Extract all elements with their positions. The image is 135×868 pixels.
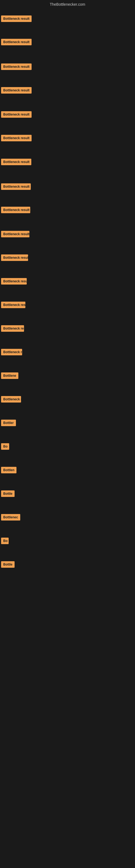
bottleneck-badge: Bottleneck r: [1, 396, 21, 403]
bottleneck-badge: Bottleneck result: [1, 325, 24, 332]
bottleneck-badge: Bottle: [1, 490, 14, 497]
bottleneck-badge: Bottleneck result: [1, 302, 26, 308]
bottleneck-badge: Bottleneck result: [1, 111, 32, 118]
bottleneck-item[interactable]: Bo: [1, 443, 9, 451]
bottleneck-badge: Bo: [1, 538, 9, 544]
bottleneck-item[interactable]: Bottleneck result: [1, 302, 26, 309]
bottleneck-badge: Bottleneck result: [1, 231, 30, 237]
bottleneck-item[interactable]: Bottleneck result: [1, 16, 32, 23]
bottleneck-item[interactable]: Bottle: [1, 561, 14, 569]
bottleneck-badge: Bottlen: [1, 467, 16, 473]
bottleneck-item[interactable]: Bottleneck result: [1, 207, 30, 214]
bottleneck-item[interactable]: Bottlenec: [1, 514, 20, 522]
bottleneck-item[interactable]: Bottleneck result: [1, 231, 30, 239]
bottleneck-badge: Bottleneck result: [1, 87, 32, 94]
bottleneck-badge: Bottleneck result: [1, 207, 30, 213]
bottleneck-item[interactable]: Bottleneck result: [1, 183, 31, 191]
bottleneck-item[interactable]: Bottlen: [1, 467, 16, 474]
bottleneck-badge: Bottleneck result: [1, 159, 31, 165]
bottleneck-badge: Bottleneck result: [1, 278, 27, 284]
bottleneck-item[interactable]: Bottleneck result: [1, 39, 32, 46]
bottleneck-badge: Bottleneck result: [1, 39, 32, 45]
bottleneck-item[interactable]: Bottle: [1, 490, 14, 498]
bottleneck-item[interactable]: Bottleneck result: [1, 254, 28, 262]
bottleneck-badge: Bottleneck result: [1, 254, 28, 261]
bottleneck-item[interactable]: Bottleneck result: [1, 325, 24, 333]
bottleneck-item[interactable]: Bottleneck result: [1, 87, 32, 95]
bottleneck-badge: Bottlenec: [1, 514, 20, 521]
bottleneck-badge: Bottler: [1, 420, 16, 426]
bottleneck-item[interactable]: Bottleneck result: [1, 278, 27, 286]
bottleneck-badge: Bottlene: [1, 372, 18, 379]
bottleneck-item[interactable]: Bottleneck result: [1, 135, 32, 143]
bottleneck-item[interactable]: Bo: [1, 538, 9, 545]
bottleneck-item[interactable]: Bottleneck re: [1, 349, 22, 356]
bottleneck-item[interactable]: Bottlene: [1, 372, 18, 380]
bottleneck-badge: Bottleneck result: [1, 135, 32, 141]
bottleneck-item[interactable]: Bottleneck result: [1, 63, 32, 71]
bottleneck-item[interactable]: Bottler: [1, 420, 16, 427]
bottleneck-item[interactable]: Bottleneck result: [1, 159, 31, 166]
bottleneck-badge: Bottle: [1, 561, 14, 568]
bottleneck-badge: Bottleneck result: [1, 16, 32, 22]
bottleneck-badge: Bo: [1, 443, 9, 450]
bottleneck-badge: Bottleneck result: [1, 63, 32, 70]
bottleneck-item[interactable]: Bottleneck result: [1, 111, 32, 119]
bottleneck-badge: Bottleneck result: [1, 183, 31, 190]
bottleneck-badge: Bottleneck re: [1, 349, 22, 355]
bottleneck-item[interactable]: Bottleneck r: [1, 396, 21, 404]
